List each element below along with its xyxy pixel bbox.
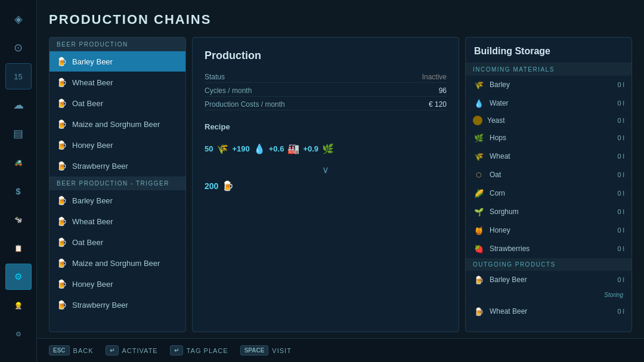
chain-item-trigger-honey[interactable]: 🍺 Honey Beer	[49, 274, 185, 295]
chain-item-trigger-maize[interactable]: 🍺 Maize and Sorghum Beer	[49, 253, 185, 274]
recipe-icon-factory: 🏭	[287, 143, 299, 154]
chain-item-trigger-strawberry[interactable]: 🍺 Strawberry Beer	[49, 295, 185, 315]
barley-beer-icon: 🍺	[473, 274, 485, 286]
wheat-icon: 🌾	[473, 150, 485, 162]
chain-item-trigger-label-6: Strawberry Beer	[72, 301, 128, 310]
chain-item-trigger-label-4: Maize and Sorghum Beer	[72, 259, 160, 268]
stat-label-costs: Production Costs / month	[205, 100, 285, 109]
storage-item-yeast: Yeast 0 l	[466, 113, 631, 129]
storage-item-corn-name: Corn	[490, 189, 612, 197]
hops-icon: 🌿	[473, 132, 485, 144]
action-activate[interactable]: ↵ ACTIVATE	[106, 345, 158, 355]
sorghum-icon: 🌱	[473, 206, 485, 218]
bottom-bar: ESC BACK ↵ ACTIVATE ↵ TAG PLACE SPACE VI…	[37, 338, 644, 362]
action-back[interactable]: ESC BACK	[49, 345, 94, 355]
strawberries-icon: 🍓	[473, 243, 485, 255]
beer-icon-2: 🍺	[55, 76, 67, 88]
sidebar-item-contracts[interactable]: 📋	[5, 235, 32, 261]
label-tag: TAG PLACE	[187, 347, 228, 354]
recipe-label: Recipe	[205, 122, 447, 131]
sidebar-item-map[interactable]: ◈	[5, 6, 32, 32]
chain-item-trigger-oat[interactable]: 🍺 Oat Beer	[49, 232, 185, 253]
storage-title: Building Storage	[466, 38, 631, 63]
storage-item-oat-name: Oat	[490, 171, 612, 179]
chain-item-label-5: Honey Beer	[72, 141, 113, 150]
chain-item-trigger-label-2: Wheat Beer	[72, 217, 113, 226]
chain-item-trigger-barley[interactable]: 🍺 Barley Beer	[49, 190, 185, 211]
beer-icon-6: 🍺	[55, 160, 67, 172]
production-stats: Status Inactive Cycles / month 96 Produc…	[205, 72, 447, 110]
action-tag-place[interactable]: ↵ TAG PLACE	[170, 345, 228, 355]
chain-item-trigger-label-5: Honey Beer	[72, 280, 113, 289]
storage-item-yeast-amount: 0 l	[617, 117, 624, 124]
chain-item-trigger-label-1: Barley Beer	[72, 196, 113, 205]
chains-panel[interactable]: BEER PRODUCTION 🍺 Barley Beer 🍺 Wheat Be…	[49, 37, 186, 332]
storage-item-sorghum: 🌱 Sorghum 0 l	[466, 203, 631, 221]
recipe-arrow: ∨	[205, 164, 447, 175]
beer-icon: 🍺	[55, 55, 67, 67]
key-tag: ↵	[170, 345, 183, 355]
storage-item-barley-beer-amount: 0 l	[617, 276, 624, 283]
recipe-icon-barley: 🌾	[216, 143, 228, 154]
storage-item-barley-beer: 🍺 Barley Beer 0 l Storing	[466, 271, 631, 302]
storage-item-sorghum-amount: 0 l	[617, 208, 624, 215]
storage-item-oat-amount: 0 l	[617, 171, 624, 178]
sidebar-item-production[interactable]: ⚙	[5, 264, 32, 290]
chain-item-barley-beer[interactable]: 🍺 Barley Beer	[49, 51, 185, 72]
chain-item-honey-beer[interactable]: 🍺 Honey Beer	[49, 135, 185, 156]
sidebar-item-tractor[interactable]: 🚜	[5, 149, 32, 175]
storage-item-oat: ⬡ Oat 0 l	[466, 166, 631, 184]
sidebar-item-weather[interactable]: ☁	[5, 92, 32, 118]
barley-icon: 🌾	[473, 79, 485, 91]
storage-item-barley-beer-name: Barley Beer	[490, 276, 612, 284]
chain-item-oat-beer[interactable]: 🍺 Oat Beer	[49, 93, 185, 114]
action-visit[interactable]: SPACE VISIT	[240, 345, 292, 355]
storage-item-strawberries-amount: 0 l	[617, 245, 624, 252]
beer-icon-t4: 🍺	[55, 257, 67, 269]
chain-item-label-3: Oat Beer	[72, 99, 103, 108]
sidebar-item-workers[interactable]: 👷	[5, 292, 32, 318]
recipe-amount-4: +0.9	[303, 144, 318, 153]
sidebar-item-stats[interactable]: ▤	[5, 120, 32, 147]
key-esc: ESC	[49, 345, 70, 355]
storage-item-sorghum-name: Sorghum	[490, 208, 612, 216]
main-content: PRODUCTION CHAINS BEER PRODUCTION 🍺 Barl…	[37, 0, 644, 338]
recipe-amount-1: 50	[205, 144, 213, 153]
sidebar-item-calendar[interactable]: 15	[5, 63, 32, 89]
storage-item-hops-amount: 0 l	[617, 134, 624, 141]
storage-item-water-amount: 0 l	[617, 100, 624, 107]
stat-row-status: Status Inactive	[205, 72, 447, 83]
beer-icon-3: 🍺	[55, 97, 67, 109]
yeast-icon	[473, 116, 482, 125]
production-panel: Production Status Inactive Cycles / mont…	[192, 37, 459, 332]
storage-item-wheat-amount: 0 l	[617, 153, 624, 160]
wheat-beer-icon: 🍺	[473, 305, 485, 317]
stat-value-costs: € 120	[429, 100, 447, 109]
chain-item-trigger-wheat[interactable]: 🍺 Wheat Beer	[49, 211, 185, 232]
storage-item-barley-beer-tag: Storing	[604, 292, 623, 298]
label-visit: VISIT	[272, 347, 292, 354]
label-activate: ACTIVATE	[122, 347, 158, 354]
chain-item-maize-sorghum-beer[interactable]: 🍺 Maize and Sorghum Beer	[49, 114, 185, 135]
stat-value-status: Inactive	[422, 73, 447, 81]
chain-item-trigger-label-3: Oat Beer	[72, 238, 103, 247]
chain-item-strawberry-beer[interactable]: 🍺 Strawberry Beer	[49, 156, 185, 177]
sidebar-item-money[interactable]: $	[5, 178, 32, 204]
beer-icon-t5: 🍺	[55, 278, 67, 290]
label-back: BACK	[73, 347, 94, 354]
chain-item-wheat-beer[interactable]: 🍺 Wheat Beer	[49, 72, 185, 93]
recipe-amount-2: +190	[232, 144, 249, 153]
sidebar-item-machinery[interactable]: ⚙	[5, 321, 32, 347]
stat-label-status: Status	[205, 73, 225, 81]
sidebar-item-animals[interactable]: 🐄	[5, 206, 32, 233]
storage-item-honey-name: Honey	[490, 226, 612, 234]
sidebar-item-steering[interactable]: ⊙	[5, 35, 32, 61]
stat-value-cycles: 96	[439, 86, 447, 95]
recipe-icon-hops: 🌿	[322, 143, 334, 154]
recipe-formula: 50 🌾 +190 💧 +0.6 🏭 +0.9 🌿	[205, 138, 447, 159]
beer-icon-t3: 🍺	[55, 236, 67, 248]
storage-item-wheat-beer: 🍺 Wheat Beer 0 l	[466, 302, 631, 321]
recipe-section: Recipe 50 🌾 +190 💧 +0.6 🏭 +0.9 🌿 ∨ 200 🍺	[205, 122, 447, 191]
storage-item-corn-amount: 0 l	[617, 190, 624, 197]
outgoing-header: OUTGOING PRODUCTS	[466, 258, 631, 271]
